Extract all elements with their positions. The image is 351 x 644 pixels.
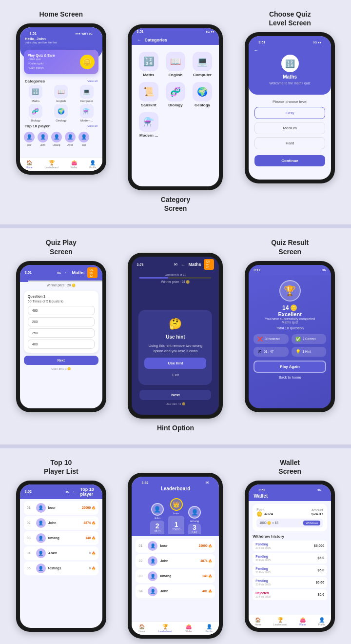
cat-maths[interactable]: 🔢 Maths (24, 85, 47, 102)
player-5-name: test (82, 143, 86, 146)
home-user-sub: Let's play and be the first (25, 41, 98, 44)
lb-score-3: 140 🔥 (202, 574, 213, 578)
top10-back-btn[interactable]: ← (73, 489, 78, 494)
cat-card-sanskrit-label: Sanskrit (141, 103, 156, 107)
cat-back-btn[interactable]: ← (136, 37, 141, 42)
withdraw-status-2: Pending (255, 555, 271, 558)
play-again-btn[interactable]: Play Again (254, 361, 326, 373)
lb-score-4: 401 🔥 (202, 589, 213, 593)
player-row-5: 05 👤 testing1 0 🔥 (24, 562, 98, 575)
lb-wallet-icon: 👛 (186, 624, 192, 629)
cat-english[interactable]: 📖 English (49, 85, 73, 102)
category-screen-title: CategoryScreen (161, 195, 191, 213)
hint-phone-frame: 3:78 5G ← Maths Q5 on 40 Question 5 of 1… (128, 253, 223, 419)
back-home-btn[interactable]: Back to home (254, 375, 326, 380)
cat-card-english[interactable]: 📖English (164, 52, 186, 77)
withdraw-1: Pending 20 Feb 2025 $6,000 (253, 541, 327, 551)
wallet-nav-lb[interactable]: 🏆Leaderboard (273, 617, 287, 626)
cat-card-biology[interactable]: 🧬Biology (164, 82, 186, 107)
quiz-back-btn[interactable]: ← (64, 270, 69, 275)
cat-modern-label: Modern... (80, 119, 93, 122)
hint-screen: 3:78 5G ← Maths Q5 on 40 Question 5 of 1… (132, 257, 219, 415)
level-hard[interactable]: Hard (254, 137, 325, 149)
lb-lb-icon: 🏆 (162, 624, 168, 629)
av-1: 👤 (36, 503, 46, 513)
name-5: testing1 (48, 566, 87, 570)
nav-wallet[interactable]: 👛Wallet (71, 160, 78, 169)
cat-biology[interactable]: 🧬 Biology (24, 104, 47, 122)
hint-status-icons: 5G (174, 263, 177, 266)
use-hint-btn[interactable]: Use hint (144, 358, 206, 369)
cat-card-sanskrit[interactable]: 📜Sanskrit (137, 82, 159, 107)
lb-nav-home[interactable]: 🏠Home (138, 624, 145, 633)
wallet-nav-profile[interactable]: 👤Profile (318, 617, 325, 626)
wifi-icon: WiFi (81, 32, 88, 35)
cat-modern[interactable]: ⚗️ Modern... (75, 104, 98, 122)
lb-bottom-nav: 🏠Home 🏆Leaderboard 👛Wallet 👤Profile (132, 622, 219, 635)
wallet-nav-wallet[interactable]: 👛Wallet (299, 617, 306, 626)
lb-nav-lb[interactable]: 🏆Leaderboard (158, 624, 172, 633)
lb-screen-container: 3:52 5G Leaderboard 👤 John 2 4874 (122, 458, 229, 644)
category-phone-screen: 3:51 5G ●● ← Categories 🔢Maths 📖English … (132, 28, 219, 186)
hint-back-btn[interactable]: ← (180, 262, 185, 267)
categories-header: Categories View all (20, 77, 102, 85)
level-status-icons: 5G ●● (313, 41, 321, 44)
next-btn[interactable]: Next (24, 356, 98, 365)
name-2: John (48, 521, 81, 524)
question-text: 60 Times of 5 Equals to (28, 300, 95, 303)
hint-emoji: 🤔 (169, 318, 182, 330)
cat-card-modern[interactable]: ⚗️Modern ... (137, 112, 159, 138)
nav-leaderboard[interactable]: 🏆Leaderboard (44, 160, 58, 169)
withdraw-status-4: Pending (255, 579, 271, 583)
cat-computer[interactable]: 💻 Computer (75, 85, 98, 102)
hint-next-btn[interactable]: Next (139, 390, 211, 400)
hint-row[interactable]: Use Hint / 3 🪙 (20, 365, 102, 372)
lb-nav-wallet[interactable]: 👛Wallet (186, 624, 193, 633)
option-2[interactable]: 200 (28, 317, 95, 326)
hint-exit-btn[interactable]: Exit (172, 373, 178, 377)
cat-card-geology[interactable]: 🌍Geology (191, 82, 213, 107)
cat-maths-icon: 🔢 (29, 85, 42, 99)
nav-home[interactable]: 🏠Home (26, 160, 32, 169)
nav-profile[interactable]: 👤Profile (89, 160, 96, 169)
w-profile-icon: 👤 (319, 617, 325, 623)
result-screen-container: Quiz ResultScreen 3:17 5G 🏆 14 🪙 Ex (236, 238, 343, 432)
rank-4: 04 (27, 551, 34, 555)
option-3[interactable]: 250 (28, 328, 95, 338)
quiz-status-icons: 5G (57, 271, 61, 274)
w-lb-icon: 🏆 (277, 617, 283, 623)
level-easy[interactable]: Easy (254, 107, 325, 119)
withdraw-btn[interactable]: Withdraw (303, 521, 320, 525)
cat-card-computer[interactable]: 💻Computer (191, 52, 213, 77)
player-1: 👤kour (24, 132, 35, 146)
podium-3rd-name: umang (190, 520, 199, 523)
option-4[interactable]: 400 (28, 340, 95, 349)
lb-signal: 5G (205, 481, 209, 484)
rank-1: 01 (27, 506, 34, 509)
hint-used-icon: 💡 (295, 349, 301, 354)
cat-geology-icon: 🌍 (54, 104, 68, 118)
info-1: kour (48, 506, 79, 509)
withdraw-5: Rejected 20 Feb 2025 $5.0 (253, 589, 327, 600)
hint-hint-row[interactable]: Use Hint / 3 🪙 (132, 400, 219, 407)
banner-title: Play Quiz & Earn (28, 54, 55, 57)
lb-name-2: John (160, 559, 198, 563)
wallet-point-section: Point 🪙 4874 (256, 508, 273, 517)
rank-3: 03 (27, 536, 34, 540)
option-1[interactable]: 480 (28, 306, 95, 315)
cat-maths-label: Maths (32, 100, 39, 102)
lb-rank-3: 03 (138, 574, 145, 578)
cat-geology[interactable]: 🌍 Geology (49, 104, 73, 122)
lb-nav-profile[interactable]: 👤Profile (206, 624, 213, 633)
withdraw-3: Pending 20 Feb 2025 $5.0 (253, 565, 327, 576)
level-back-btn[interactable]: ← (254, 47, 258, 53)
wallet-pts-val: 4874 (264, 512, 273, 516)
cat-card-computer-icon: 💻 (193, 52, 212, 71)
cat-card-maths[interactable]: 🔢Maths (137, 52, 159, 77)
level-medium[interactable]: Medium (254, 122, 325, 134)
continue-btn[interactable]: Continue (254, 155, 325, 166)
view-all-players[interactable]: View all (87, 124, 98, 127)
player-1-avatar: 👤 (24, 132, 35, 142)
view-all-categories[interactable]: View all (87, 80, 98, 82)
wallet-nav-home[interactable]: 🏠Home (255, 617, 261, 626)
